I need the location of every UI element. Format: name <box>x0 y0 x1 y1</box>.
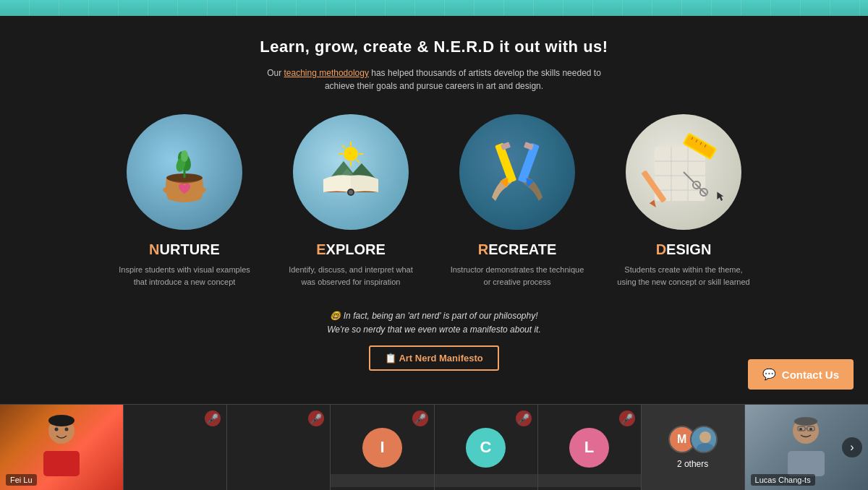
others-avatars: M <box>668 426 718 453</box>
recreate-label: RECREATE <box>478 241 557 258</box>
recreate-icon-circle <box>459 114 575 230</box>
participant-avatar-l[interactable]: L 🎤 <box>538 405 642 490</box>
teaching-methodology-link[interactable]: teaching methodology <box>284 68 369 78</box>
nurture-accent-letter: N <box>149 241 159 257</box>
design-description: Students create within the theme, using … <box>615 264 752 288</box>
svg-rect-48 <box>43 451 80 476</box>
svg-point-49 <box>55 428 59 431</box>
manifesto-line1: 🤓 In fact, being an 'art nerd' is part o… <box>330 311 537 321</box>
participants-bar: Fei Lu 🎤 🎤 I 🎤 C 🎤 L 🎤 M <box>0 404 868 490</box>
explore-description: Identify, discuss, and interpret what wa… <box>282 264 420 288</box>
explore-rest: XPLORE <box>326 241 386 257</box>
explore-accent-letter: E <box>316 241 326 257</box>
mute-icon-3: 🎤 <box>412 411 428 426</box>
nerd-item-design: DESIGN Students create within the theme,… <box>615 114 752 288</box>
svg-point-50 <box>65 428 69 431</box>
svg-rect-27 <box>524 142 534 150</box>
svg-marker-46 <box>717 192 723 202</box>
lucas-avatar <box>779 415 833 480</box>
explore-icon-circle <box>293 114 409 230</box>
nerd-item-recreate: RECREATE Instructor demonstrates the tec… <box>448 114 586 288</box>
svg-line-12 <box>357 160 359 163</box>
avatar-l: L <box>569 428 609 468</box>
mute-icon-2: 🎤 <box>308 411 324 426</box>
main-presentation-area: Learn, grow, create & N.E.R.D it out wit… <box>0 16 868 404</box>
bottom-section: 🤓 In fact, being an 'art nerd' is part o… <box>29 309 839 371</box>
recreate-icon <box>474 129 561 215</box>
explore-icon <box>307 129 394 215</box>
nerd-item-nurture: NURTURE Inspire students with visual exa… <box>116 114 253 288</box>
subtitle-pre: Our <box>267 68 284 78</box>
recreate-accent-letter: R <box>478 241 488 257</box>
svg-rect-28 <box>655 147 705 201</box>
nurture-icon <box>141 129 228 215</box>
svg-rect-24 <box>501 142 511 150</box>
manifesto-button[interactable]: 📋 Art Nerd Manifesto <box>369 345 498 371</box>
participant-dark-2[interactable]: 🎤 <box>227 405 331 490</box>
svg-point-53 <box>699 431 711 443</box>
nerd-items-row: NURTURE Inspire students with visual exa… <box>29 114 839 288</box>
mute-icon-1: 🎤 <box>205 411 221 426</box>
top-decorative-bar <box>0 0 868 16</box>
svg-line-11 <box>342 145 345 148</box>
svg-point-51 <box>48 415 75 426</box>
design-icon-circle <box>626 114 741 230</box>
recreate-rest: ECREATE <box>488 241 556 257</box>
participant-lucas[interactable]: Lucas Chang-ts › <box>745 405 868 490</box>
subtitle-text: Our teaching methodology has helped thou… <box>253 66 615 93</box>
nurture-rest: URTURE <box>160 241 220 257</box>
design-accent-letter: D <box>656 241 666 257</box>
svg-marker-41 <box>650 200 658 210</box>
nerd-item-explore: EXPLORE Identify, discuss, and interpret… <box>282 114 420 288</box>
svg-point-21 <box>349 190 353 194</box>
recreate-description: Instructor demonstrates the technique or… <box>448 264 586 288</box>
avatar-c: C <box>466 428 506 468</box>
mute-icon-4: 🎤 <box>516 411 532 426</box>
mute-icon-5: 🎤 <box>619 411 635 426</box>
others-avatar-cartoon <box>690 426 718 453</box>
manifesto-text: 🤓 In fact, being an 'art nerd' is part o… <box>29 309 839 337</box>
participant-dark-1[interactable]: 🎤 <box>124 405 227 490</box>
participant-name-fei: Fei Lu <box>6 474 37 486</box>
design-icon <box>640 129 727 215</box>
scroll-right-button[interactable]: › <box>842 437 862 457</box>
manifesto-line2: We're so nerdy that we even wrote a mani… <box>327 324 541 335</box>
svg-point-59 <box>794 417 817 426</box>
nurture-description: Inspire students with visual examples th… <box>116 264 253 288</box>
chat-icon: 💬 <box>762 368 776 381</box>
participant-fei-lu[interactable]: Fei Lu <box>0 405 124 490</box>
participant-avatar-i[interactable]: I 🎤 <box>331 405 434 490</box>
contact-us-label: Contact Us <box>782 369 839 381</box>
fei-lu-avatar <box>36 415 87 480</box>
svg-point-6 <box>344 147 358 161</box>
participant-name-lucas: Lucas Chang-ts <box>751 474 815 486</box>
svg-rect-56 <box>788 451 825 476</box>
nurture-icon-circle <box>127 114 242 230</box>
design-label: DESIGN <box>656 241 712 258</box>
page-title: Learn, grow, create & N.E.R.D it out wit… <box>29 38 839 56</box>
others-count: 2 others <box>677 459 708 469</box>
explore-label: EXPLORE <box>316 241 386 258</box>
svg-point-5 <box>181 150 188 162</box>
contact-us-button[interactable]: 💬 Contact Us <box>748 359 854 390</box>
others-panel[interactable]: M 2 others <box>642 405 745 490</box>
avatar-i: I <box>362 428 402 468</box>
participant-avatar-c[interactable]: C 🎤 <box>435 405 538 490</box>
nurture-label: NURTURE <box>149 241 220 258</box>
design-rest: ESIGN <box>666 241 711 257</box>
